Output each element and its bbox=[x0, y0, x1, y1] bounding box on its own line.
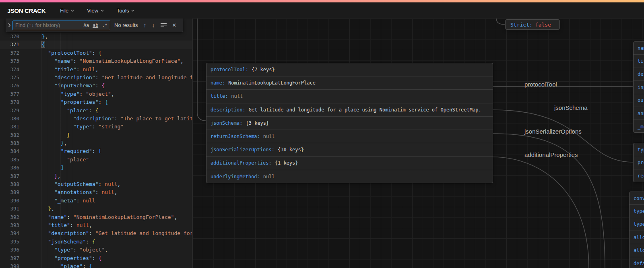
code-line-385[interactable]: 385 "place" bbox=[0, 156, 192, 164]
menu-tools[interactable]: Tools bbox=[113, 5, 138, 16]
code-line-379[interactable]: 379 "place": { bbox=[0, 107, 192, 115]
line-content: "annotations": null, bbox=[19, 188, 118, 196]
menu-file[interactable]: File bbox=[56, 5, 78, 16]
edge-strict bbox=[496, 19, 505, 25]
code-line-370[interactable]: 370 }, bbox=[0, 33, 192, 41]
line-number: 370 bbox=[0, 33, 19, 41]
chevron-down-icon bbox=[101, 10, 104, 12]
edge-label-jsonschema: jsonSchema bbox=[554, 104, 588, 111]
json-editor-pane[interactable]: Aa ab .* No results ↑ ↓ ✕ 370 },371 {372… bbox=[0, 19, 192, 268]
code-line-387[interactable]: 387 }, bbox=[0, 172, 192, 180]
node-row: jsonSchema:{3 keys} bbox=[206, 117, 493, 130]
line-content: "type": "string" bbox=[19, 123, 124, 131]
node-row: required: bbox=[634, 169, 644, 182]
code-line-383[interactable]: 383 }, bbox=[0, 139, 192, 147]
node-row: description: bbox=[634, 68, 644, 81]
code-line-382[interactable]: 382 } bbox=[0, 131, 192, 139]
line-content: }, bbox=[19, 33, 48, 41]
code-line-381[interactable]: 381 "type": "string" bbox=[0, 123, 192, 131]
find-in-selection-icon[interactable] bbox=[161, 22, 167, 29]
jsonschema-node[interactable]: type:properties:required: bbox=[633, 143, 644, 182]
menu-view[interactable]: View bbox=[83, 5, 108, 16]
regex-icon[interactable]: .* bbox=[101, 22, 109, 29]
line-number: 396 bbox=[0, 246, 19, 254]
find-widget: Aa ab .* No results ↑ ↓ ✕ bbox=[6, 19, 183, 32]
strict-node-value: false bbox=[535, 22, 551, 28]
code-line-372[interactable]: 372 "protocolTool": { bbox=[0, 49, 192, 57]
code-line-394[interactable]: 394 "description": "Get latitude and lon… bbox=[0, 229, 192, 237]
whole-word-icon[interactable]: ab bbox=[91, 22, 99, 29]
find-next-button[interactable]: ↓ bbox=[152, 23, 155, 28]
line-number: 386 bbox=[0, 164, 19, 172]
strict-node-key: Strict: bbox=[510, 22, 533, 28]
line-number: 383 bbox=[0, 139, 19, 147]
find-expand-toggle[interactable] bbox=[6, 23, 12, 27]
menu-bar: FileViewTools bbox=[56, 5, 143, 16]
code-editor[interactable]: 370 },371 {372 "protocolTool": {373 "nam… bbox=[0, 33, 192, 268]
line-content: { bbox=[19, 41, 45, 49]
code-line-388[interactable]: 388 "outputSchema": null, bbox=[0, 180, 192, 188]
code-line-384[interactable]: 384 "required": [ bbox=[0, 147, 192, 155]
code-line-378[interactable]: 378 "properties": { bbox=[0, 98, 192, 106]
line-number: 387 bbox=[0, 172, 19, 180]
line-content: "properties": { bbox=[19, 98, 108, 106]
node-row: name:NominatimLookupLatLongForPlace bbox=[206, 76, 493, 90]
tool-detail-node[interactable]: name:title:description:inputSchema:outpu… bbox=[633, 41, 644, 133]
code-line-392[interactable]: 392 "name": "NominatimLookupLatLongForPl… bbox=[0, 213, 192, 221]
find-input[interactable] bbox=[13, 22, 82, 28]
line-content: "type": "object", bbox=[19, 246, 108, 254]
code-line-390[interactable]: 390 "_meta": null bbox=[0, 197, 192, 205]
code-line-377[interactable]: 377 "type": "object", bbox=[0, 90, 192, 98]
code-line-376[interactable]: 376 "inputSchema": { bbox=[0, 82, 192, 90]
menu-label: Tools bbox=[117, 8, 129, 14]
line-number: 375 bbox=[0, 74, 19, 82]
line-number: 390 bbox=[0, 197, 19, 205]
line-number: 397 bbox=[0, 254, 19, 262]
code-line-371[interactable]: 371 { bbox=[0, 41, 192, 49]
node-row: returnJsonSchema:null bbox=[206, 130, 493, 143]
protocoltool-node[interactable]: protocolTool:{7 keys}name:NominatimLooku… bbox=[206, 63, 493, 183]
line-content: ] bbox=[19, 164, 64, 172]
node-row: additionalProperties:{1 keys} bbox=[206, 157, 493, 170]
code-line-386[interactable]: 386 ] bbox=[0, 164, 192, 172]
code-line-389[interactable]: 389 "annotations": null, bbox=[0, 188, 192, 196]
line-number: 384 bbox=[0, 147, 19, 155]
chevron-down-icon bbox=[131, 10, 134, 12]
code-line-373[interactable]: 373 "name": "NominatimLookupLatLongForPl… bbox=[0, 57, 192, 65]
main-split: Aa ab .* No results ↑ ↓ ✕ 370 },371 {372… bbox=[0, 19, 644, 268]
header: JSON CRACK FileViewTools bbox=[0, 2, 644, 19]
line-content: }, bbox=[19, 172, 61, 180]
code-line-396[interactable]: 396 "type": "object", bbox=[0, 246, 192, 254]
code-line-393[interactable]: 393 "title": null, bbox=[0, 221, 192, 229]
line-content: "jsonSchema": { bbox=[19, 238, 95, 246]
code-line-375[interactable]: 375 "description": "Get latitude and lon… bbox=[0, 74, 192, 82]
line-number: 388 bbox=[0, 180, 19, 188]
match-case-icon[interactable]: Aa bbox=[82, 22, 90, 29]
find-previous-button[interactable]: ↑ bbox=[144, 23, 147, 28]
node-row: underlyingMethod:null bbox=[206, 170, 493, 183]
line-number: 374 bbox=[0, 66, 19, 74]
code-line-397[interactable]: 397 "properties": { bbox=[0, 254, 192, 262]
node-row: inputSchema: bbox=[634, 81, 644, 94]
strict-node[interactable]: Strict: false bbox=[505, 19, 560, 30]
code-line-398[interactable]: 398 "place": { bbox=[0, 262, 192, 268]
line-content: "title": null, bbox=[19, 66, 99, 74]
line-content: "inputSchema": { bbox=[19, 82, 105, 90]
code-line-380[interactable]: 380 "description": "The place to get lat… bbox=[0, 115, 192, 123]
line-content: "place" bbox=[19, 156, 89, 164]
code-line-395[interactable]: 395 "jsonSchema": { bbox=[0, 238, 192, 246]
jsonserializeroptions-node[interactable]: converters:typeInfoResolver:typeInfoReso… bbox=[629, 192, 644, 268]
edge-additionalproperties bbox=[493, 157, 589, 268]
graph-canvas[interactable]: Strict: false protocolTool:{7 keys}name:… bbox=[192, 19, 644, 268]
line-content: "description": "The place to get latitud… bbox=[19, 115, 192, 123]
line-content: "description": "Get latitude and longitu… bbox=[19, 74, 192, 82]
node-row: type: bbox=[634, 143, 644, 156]
line-content: "description": "Get latitude and longitu… bbox=[19, 229, 192, 237]
line-number: 371 bbox=[0, 41, 19, 49]
line-number: 380 bbox=[0, 115, 19, 123]
line-number: 391 bbox=[0, 205, 19, 213]
line-content: "type": "object", bbox=[19, 90, 114, 98]
code-line-391[interactable]: 391 }, bbox=[0, 205, 192, 213]
code-line-374[interactable]: 374 "title": null, bbox=[0, 66, 192, 74]
find-close-icon[interactable]: ✕ bbox=[172, 22, 177, 28]
